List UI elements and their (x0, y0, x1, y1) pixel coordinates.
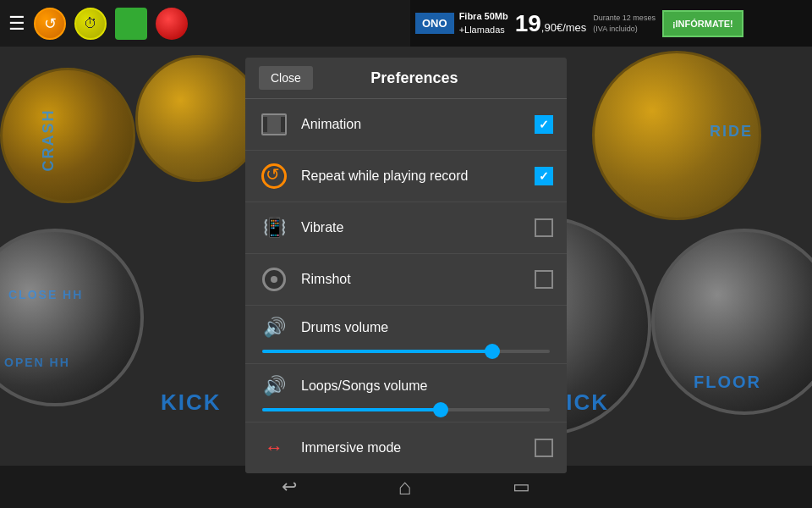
animation-label: Animation (301, 117, 535, 132)
drums-volume-thumb[interactable] (485, 344, 500, 359)
dialog-title: Preferences (326, 69, 553, 87)
loops-volume-icon: 🔊 (259, 371, 289, 401)
loops-volume-thumb[interactable] (433, 402, 448, 417)
repeat-preference[interactable]: Repeat while playing record ✓ (245, 151, 567, 202)
vibrate-checkbox[interactable] (535, 218, 553, 237)
loops-volume-slider[interactable] (262, 408, 550, 411)
animation-icon (259, 109, 289, 140)
immersive-icon: ↔ (259, 433, 289, 463)
animation-preference[interactable]: Animation ✓ (245, 99, 567, 151)
drums-volume-label: Drums volume (301, 320, 388, 335)
rimshot-label: Rimshot (301, 272, 535, 287)
repeat-label: Repeat while playing record (301, 168, 535, 184)
loops-volume-section: 🔊 Loops/Songs volume (245, 364, 567, 422)
immersive-checkbox[interactable] (535, 439, 553, 457)
rimshot-icon (259, 264, 289, 295)
dialog-overlay: Close Preferences Animation ✓ Repeat whi… (0, 0, 812, 508)
immersive-label: Immersive mode (301, 440, 535, 456)
preferences-dialog: Close Preferences Animation ✓ Repeat whi… (245, 58, 567, 473)
animation-checkbox[interactable]: ✓ (535, 115, 553, 134)
drums-volume-slider[interactable] (262, 350, 550, 353)
drums-volume-fill (262, 350, 492, 353)
vibrate-icon: 📳 (259, 213, 289, 243)
vibrate-label: Vibrate (301, 220, 535, 235)
repeat-icon (259, 161, 289, 191)
dialog-header: Close Preferences (245, 58, 567, 99)
loops-volume-label: Loops/Songs volume (301, 378, 427, 394)
rimshot-preference[interactable]: Rimshot (245, 254, 567, 306)
loops-volume-fill (262, 408, 441, 411)
rimshot-checkbox[interactable] (535, 270, 553, 289)
drums-volume-section: 🔊 Drums volume (245, 306, 567, 364)
close-button[interactable]: Close (259, 66, 313, 90)
drums-volume-icon: 🔊 (259, 312, 289, 343)
repeat-checkbox[interactable]: ✓ (535, 167, 553, 185)
immersive-preference[interactable]: ↔ Immersive mode (245, 422, 567, 473)
vibrate-preference[interactable]: 📳 Vibrate (245, 202, 567, 254)
